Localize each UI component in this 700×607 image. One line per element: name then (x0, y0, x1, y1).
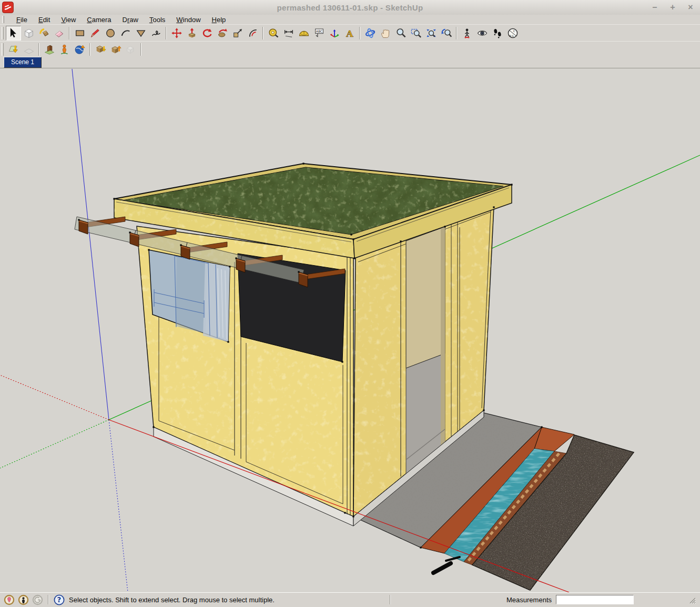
move-button[interactable] (169, 26, 184, 41)
section-plane-button[interactable]: CR-S (505, 26, 520, 41)
titlebar: permashed 130611-01.skp - SketchUp – + × (0, 0, 700, 15)
toolbar-separator (140, 43, 141, 56)
line-icon (89, 27, 101, 39)
protractor-icon (298, 27, 310, 39)
line-button[interactable] (87, 26, 103, 41)
menu-window[interactable]: Window (176, 16, 200, 24)
place-figure-button[interactable] (57, 42, 72, 57)
toolbar-separator (38, 43, 39, 56)
upload-model-icon (125, 44, 137, 55)
follow-me-button[interactable] (215, 26, 230, 41)
text-icon: ABC (313, 27, 325, 39)
push-pull-button[interactable] (184, 26, 199, 41)
toolbar-separator (69, 27, 70, 39)
paint-bucket-icon (38, 27, 50, 39)
toolbar-separator (456, 27, 457, 39)
look-around-button[interactable] (474, 26, 490, 41)
protractor-button[interactable] (296, 26, 311, 41)
zoom-icon (395, 27, 407, 39)
arc-button[interactable] (118, 26, 133, 41)
tab-scene-1[interactable]: Scene 1 (4, 57, 42, 68)
menu-file[interactable]: File (16, 16, 27, 24)
dimension-icon (283, 27, 295, 39)
google-earth-button[interactable] (72, 42, 87, 57)
zoom-extents-button[interactable] (423, 26, 439, 41)
dimension-button[interactable] (281, 26, 296, 41)
menu-view[interactable]: View (61, 16, 76, 24)
scale-button[interactable] (230, 26, 245, 41)
move-icon (171, 27, 182, 39)
svg-text:?: ? (57, 596, 62, 604)
paint-bucket-button[interactable] (36, 26, 52, 41)
make-component-button[interactable] (21, 26, 36, 41)
svg-text:A: A (346, 28, 353, 38)
polygon-button[interactable] (133, 26, 148, 41)
toolbar-separator (359, 27, 360, 39)
text-button[interactable]: ABC (311, 26, 327, 41)
help-button[interactable]: ? (54, 594, 65, 605)
get-current-view-button[interactable] (6, 42, 21, 57)
eraser-button[interactable] (52, 26, 67, 41)
menu-help[interactable]: Help (212, 16, 226, 24)
google-earth-icon (74, 44, 86, 55)
minimize-button[interactable]: – (650, 3, 660, 12)
toggle-terrain-icon (23, 44, 35, 55)
measurements-input[interactable] (556, 595, 634, 604)
model-viewport[interactable] (0, 68, 700, 592)
close-button[interactable]: × (685, 3, 696, 12)
tape-measure-icon (268, 27, 279, 39)
orbit-button[interactable] (362, 26, 378, 41)
offset-button[interactable] (245, 26, 260, 41)
photo-textures-button[interactable] (42, 42, 57, 57)
zoom-window-button[interactable] (408, 26, 423, 41)
menu-tools[interactable]: Tools (149, 16, 165, 24)
toolbar-separator (89, 43, 90, 56)
look-around-icon (476, 27, 488, 39)
upload-model-button[interactable] (123, 42, 138, 57)
get-current-view-icon (8, 44, 19, 55)
position-camera-button[interactable] (459, 26, 474, 41)
zoom-previous-button[interactable] (439, 26, 454, 41)
circle-button[interactable] (103, 26, 118, 41)
get-models-button[interactable] (93, 42, 108, 57)
resize-grip-icon[interactable] (688, 596, 696, 604)
menubar: FileEditViewCameraDrawToolsWindowHelp (0, 15, 700, 24)
zoom-button[interactable] (393, 26, 408, 41)
share-model-button[interactable] (108, 42, 123, 57)
sign-in-button[interactable] (32, 594, 43, 605)
push-pull-icon (186, 27, 198, 39)
toggle-terrain-button[interactable] (21, 42, 36, 57)
menu-edit[interactable]: Edit (38, 16, 50, 24)
toolbar-google (0, 41, 700, 57)
scale-icon (232, 27, 244, 39)
svg-text:C: C (513, 29, 515, 32)
pan-button[interactable] (378, 26, 393, 41)
pan-icon (380, 27, 391, 39)
menu-draw[interactable]: Draw (123, 16, 138, 24)
3d-text-icon: A (344, 27, 356, 39)
tape-measure-button[interactable] (266, 26, 281, 41)
walk-button[interactable] (490, 26, 505, 41)
maximize-button[interactable]: + (667, 3, 678, 12)
menu-camera[interactable]: Camera (87, 16, 111, 24)
orbit-icon (364, 27, 376, 39)
select-button[interactable] (6, 26, 21, 41)
axes-button[interactable] (327, 26, 342, 41)
rotate-icon (201, 27, 213, 39)
axes-icon (329, 27, 340, 39)
geolocation-button[interactable] (4, 594, 15, 605)
3d-text-button[interactable]: A (342, 26, 357, 41)
window-controls: – + × (650, 0, 696, 15)
place-figure-icon (59, 44, 70, 55)
sign-in-icon (32, 594, 43, 605)
geolocation-icon (4, 594, 15, 605)
rectangle-button[interactable] (72, 26, 87, 41)
follow-me-icon (217, 27, 228, 39)
make-component-icon (23, 27, 35, 39)
zoom-extents-icon (425, 27, 437, 39)
freehand-button[interactable] (148, 26, 164, 41)
menubar-grip (2, 16, 4, 23)
claim-credit-button[interactable] (18, 594, 29, 605)
rotate-button[interactable] (199, 26, 215, 41)
offset-icon (247, 27, 259, 39)
